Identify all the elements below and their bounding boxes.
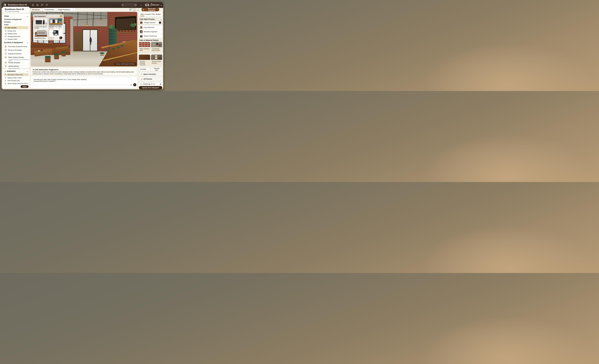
user-name[interactable]: Bluestior: [152, 4, 159, 6]
pendant-cord-1: [87, 12, 87, 24]
sidebar-item-storage-display[interactable]: Storage (Display): [4, 61, 20, 64]
cafe-3d-viewport[interactable]: Bar Equipment Professional Espresso Mach…: [31, 12, 137, 66]
sidebar-item-lighting-mood[interactable]: Lighting (Mood): [4, 65, 19, 68]
presets-header: Café Style Presets: [140, 18, 155, 20]
person-body: [90, 38, 92, 42]
preset-modern-farmhouse[interactable]: Modern Farmhouse: [139, 34, 162, 38]
project-subtitle: AI-Curated Café Design: [5, 11, 19, 12]
view-mode-dropdown[interactable]: 3D Interior: [31, 8, 44, 11]
inspiration-header-label: Inspiration: [7, 70, 16, 72]
inspiration-expand-icon[interactable]: [26, 70, 28, 72]
submit-prompt-button[interactable]: +: [133, 83, 136, 86]
bar-stool-2: [106, 50, 110, 52]
project-card: BrewHaven-Store 03 AI-Curated Café Desig…: [2, 7, 30, 13]
stack-icon: [5, 33, 7, 35]
inspiration-item-specialty[interactable]: ☕ Specialty Coffee Shop: [4, 73, 28, 76]
bar-stool-5: [121, 45, 124, 46]
tasks-icon[interactable]: [41, 4, 43, 6]
specialty-chevron-icon[interactable]: [26, 74, 27, 75]
plus-icon: [4, 70, 6, 72]
vibe-prompt-input[interactable]: [32, 78, 132, 85]
product-espresso-mixer[interactable]: [49, 30, 62, 37]
palette-label-flooring: Flooring: Polished Concrete: [139, 60, 150, 65]
product-label-pastry: Pastry Display Case: [34, 37, 48, 39]
ai-suggestions-card: AI Café Optimization Suggestions Positio…: [31, 68, 137, 75]
search-bar[interactable]: [121, 3, 137, 7]
sidebar-item-dining-zone[interactable]: Dining Zone: [5, 30, 16, 32]
areas-header-label: Areas: [4, 15, 9, 17]
product-label-coldbrew: Cold Brew Tap System: [49, 26, 62, 27]
inspiration-item-work-friendly[interactable]: ☕ Work-Friendly Café (Free Wi-Fi): [5, 83, 28, 84]
display-icon[interactable]: [32, 4, 34, 6]
upload-blueprint-button[interactable]: Upload Store Blueprint: [139, 86, 162, 89]
share-with-investors-button[interactable]: Share with Investors: [141, 8, 159, 11]
product-espresso-machine[interactable]: [34, 18, 48, 26]
sidebar-item-outdoor-patio[interactable]: Outdoor Patio: [5, 38, 17, 40]
presets-chevron-icon[interactable]: [160, 18, 162, 20]
export-icon[interactable]: [122, 4, 124, 6]
search-icon[interactable]: [134, 4, 136, 6]
palette-walls-brick[interactable]: Walls: Exposed Brick: [139, 42, 150, 53]
apply-button[interactable]: Apply: [21, 85, 28, 88]
header-chevron-down-icon[interactable]: [140, 4, 141, 6]
inspiration-item-pet-friendly[interactable]: ☕ Pet-Friendly Café: [5, 80, 20, 82]
durability-chip[interactable]: Durability: [139, 68, 150, 71]
areas-collapse-icon[interactable]: [26, 15, 28, 17]
ar-preview-button[interactable]: AR Preview: [139, 77, 162, 81]
chevron-down-icon: [73, 9, 74, 10]
tab-customer-flow[interactable]: Customer Flow: [144, 13, 155, 15]
navigation-card: Areas Furniture & Equipment Finishes Are…: [2, 14, 30, 68]
sidebar-item-tables-space-saving[interactable]: Tables (Space-Saving): [4, 56, 24, 59]
group-finishes[interactable]: Finishes: [4, 21, 11, 23]
user-menu-chevron-icon[interactable]: [160, 4, 162, 6]
sidebar-item-bar-counter[interactable]: Bar Counter: [4, 26, 28, 29]
add-equipment-button[interactable]: +: [59, 36, 62, 39]
preset-cozy-bohemian[interactable]: Cozy Bohemian: [139, 25, 162, 29]
more-chevron-icon[interactable]: [137, 9, 138, 10]
sidebar-item-seating-customer[interactable]: Seating (Customer): [4, 52, 22, 55]
tab-vibe[interactable]: Vibe: [141, 13, 144, 15]
avatar[interactable]: [145, 3, 149, 7]
custourement-dropdown[interactable]: Custourement: [43, 8, 58, 11]
group-areas[interactable]: Areas: [4, 24, 9, 26]
sidebar-item-storage-backroom[interactable]: Storage Backroom: [5, 35, 20, 37]
takeaway-cup: [41, 50, 42, 51]
assistant-face-icon[interactable]: [46, 4, 48, 6]
mic-icon[interactable]: [159, 83, 161, 85]
collapse-circle-button[interactable]: [133, 8, 136, 11]
preset-minimalist-japanese[interactable]: Minimalist Japanese: [139, 30, 162, 34]
model-selector[interactable]: CaféDesign AI 3.5: [139, 82, 162, 86]
furniture-section-header[interactable]: Furniture & Equipment: [4, 42, 28, 43]
select-check-icon[interactable]: [129, 8, 132, 11]
sidebar-item-waiting-nook[interactable]: Waiting Nook: [5, 33, 17, 35]
sidebar-item-floor-plan[interactable]: Floor Plan (Customer Flow): [4, 45, 27, 48]
space-calculator-button[interactable]: Space Calculator: [139, 72, 162, 76]
inspiration-item-bakery[interactable]: ☕ Bakery-Café Combo: [5, 77, 22, 79]
palette-accents-brass[interactable]: Accents: Brass & Green: [151, 55, 162, 65]
inspiration-section-header[interactable]: Inspiration: [4, 70, 28, 72]
catalog-icon[interactable]: [36, 4, 39, 6]
bottle-shelf: [115, 32, 137, 33]
palette-countertops-granite[interactable]: Countertops: Dark Granite: [151, 42, 162, 53]
inspiration-card: Inspiration ☕ Specialty Coffee Shop ☕ Ba…: [2, 69, 30, 88]
cleaning-ease-chip[interactable]: Cleaning Ease: [151, 68, 162, 71]
palette-img-brick: [139, 42, 150, 47]
product-cold-brew[interactable]: [49, 18, 62, 26]
preset-thumb-farmhouse: [140, 35, 143, 37]
note-icon: [4, 65, 7, 68]
group-furniture-equipment[interactable]: Furniture & Equipment: [4, 18, 22, 20]
areas-section-header[interactable]: Areas: [4, 15, 28, 17]
product-pastry-case[interactable]: [34, 30, 48, 37]
preset-add-button[interactable]: +: [159, 21, 161, 24]
app-title: BrewHaven-Store 03: [8, 4, 27, 6]
equipment-confirm-button[interactable]: [60, 15, 62, 17]
furniture-header-label: Furniture & Equipment: [4, 42, 23, 43]
furniture-collapse-icon[interactable]: [26, 42, 28, 43]
palette-flooring-concrete[interactable]: Flooring: Polished Concrete: [139, 55, 150, 65]
active-tab-underline: [140, 16, 144, 16]
preset-vintage-industrial[interactable]: Vintage Industrial +: [139, 21, 162, 25]
sidebar-item-revenue-simulation[interactable]: Revenue Simulation: [4, 49, 22, 52]
tab-budget[interactable]: Budget: [156, 13, 161, 15]
usage-frequency-dropdown[interactable]: Usage Frequency: [57, 8, 75, 11]
notification-bell[interactable]: [150, 4, 152, 6]
